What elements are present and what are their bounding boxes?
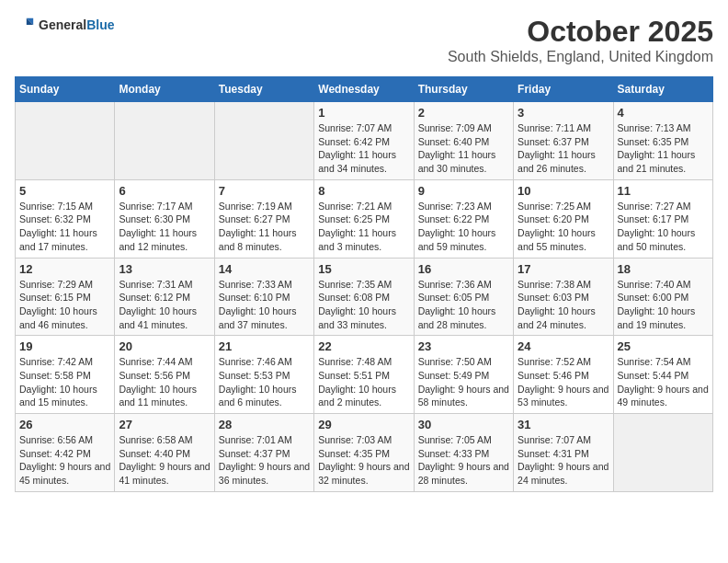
calendar-cell: 30Sunrise: 7:05 AMSunset: 4:33 PMDayligh…: [414, 414, 513, 492]
calendar-cell: 4Sunrise: 7:13 AMSunset: 6:35 PMDaylight…: [613, 102, 712, 180]
calendar-cell: 14Sunrise: 7:33 AMSunset: 6:10 PMDayligh…: [214, 258, 313, 336]
cell-date: 22: [318, 339, 409, 353]
calendar-header-row: SundayMondayTuesdayWednesdayThursdayFrid…: [16, 77, 713, 102]
title-block: October 2025 South Shields, England, Uni…: [448, 15, 713, 65]
cell-info: Sunrise: 7:07 AMSunset: 6:42 PMDaylight:…: [318, 121, 409, 176]
cell-info: Sunrise: 7:48 AMSunset: 5:51 PMDaylight:…: [318, 355, 409, 409]
cell-date: 21: [219, 339, 310, 353]
calendar-cell: 10Sunrise: 7:25 AMSunset: 6:20 PMDayligh…: [514, 179, 613, 258]
cell-info: Sunrise: 7:54 AMSunset: 5:44 PMDaylight:…: [618, 355, 709, 409]
cell-date: 12: [19, 262, 110, 276]
cell-date: 23: [418, 339, 509, 353]
cell-info: Sunrise: 7:09 AMSunset: 6:40 PMDaylight:…: [418, 121, 509, 176]
cell-info: Sunrise: 7:15 AMSunset: 6:32 PMDaylight:…: [19, 200, 110, 254]
cell-date: 13: [119, 262, 210, 276]
calendar-cell: 29Sunrise: 7:03 AMSunset: 4:35 PMDayligh…: [314, 414, 414, 492]
logo-icon: [15, 15, 35, 35]
calendar-cell: 17Sunrise: 7:38 AMSunset: 6:03 PMDayligh…: [514, 258, 613, 336]
calendar-cell: 12Sunrise: 7:29 AMSunset: 6:15 PMDayligh…: [16, 258, 115, 336]
cell-date: 14: [219, 262, 310, 276]
logo: General Blue: [15, 15, 114, 35]
cell-date: 30: [418, 418, 509, 431]
calendar-cell: [613, 414, 712, 492]
cell-date: 16: [418, 262, 509, 276]
cell-date: 28: [219, 418, 310, 431]
cell-date: 1: [318, 106, 409, 120]
calendar-cell: 7Sunrise: 7:19 AMSunset: 6:27 PMDaylight…: [214, 179, 313, 258]
cell-date: 10: [518, 184, 609, 198]
day-header-saturday: Saturday: [613, 77, 712, 102]
cell-date: 25: [618, 339, 709, 353]
cell-info: Sunrise: 6:56 AMSunset: 4:42 PMDaylight:…: [19, 433, 110, 488]
day-header-monday: Monday: [115, 77, 214, 102]
day-header-wednesday: Wednesday: [314, 77, 414, 102]
calendar-week-4: 19Sunrise: 7:42 AMSunset: 5:58 PMDayligh…: [16, 336, 713, 414]
cell-info: Sunrise: 7:11 AMSunset: 6:37 PMDaylight:…: [518, 121, 609, 176]
logo-general: General: [39, 17, 86, 32]
cell-info: Sunrise: 7:07 AMSunset: 4:31 PMDaylight:…: [518, 433, 609, 488]
cell-date: 7: [219, 184, 310, 198]
cell-info: Sunrise: 7:25 AMSunset: 6:20 PMDaylight:…: [518, 200, 609, 254]
cell-date: 15: [318, 262, 409, 276]
calendar-week-2: 5Sunrise: 7:15 AMSunset: 6:32 PMDaylight…: [16, 179, 713, 258]
calendar-cell: [115, 102, 214, 180]
cell-info: Sunrise: 7:38 AMSunset: 6:03 PMDaylight:…: [518, 278, 609, 332]
logo-text: General Blue: [39, 17, 114, 32]
cell-date: 4: [618, 106, 709, 120]
calendar-cell: 6Sunrise: 7:17 AMSunset: 6:30 PMDaylight…: [115, 179, 214, 258]
calendar-cell: 26Sunrise: 6:56 AMSunset: 4:42 PMDayligh…: [16, 414, 115, 492]
calendar-cell: 15Sunrise: 7:35 AMSunset: 6:08 PMDayligh…: [314, 258, 414, 336]
cell-date: 5: [19, 184, 110, 198]
cell-date: 29: [318, 418, 409, 431]
calendar-cell: 2Sunrise: 7:09 AMSunset: 6:40 PMDaylight…: [414, 102, 513, 180]
calendar-cell: 31Sunrise: 7:07 AMSunset: 4:31 PMDayligh…: [514, 414, 613, 492]
cell-info: Sunrise: 6:58 AMSunset: 4:40 PMDaylight:…: [119, 433, 210, 488]
cell-info: Sunrise: 7:05 AMSunset: 4:33 PMDaylight:…: [418, 433, 509, 488]
calendar-cell: 5Sunrise: 7:15 AMSunset: 6:32 PMDaylight…: [16, 179, 115, 258]
calendar-cell: 9Sunrise: 7:23 AMSunset: 6:22 PMDaylight…: [414, 179, 513, 258]
cell-info: Sunrise: 7:03 AMSunset: 4:35 PMDaylight:…: [318, 433, 409, 488]
cell-date: 6: [119, 184, 210, 198]
calendar-week-1: 1Sunrise: 7:07 AMSunset: 6:42 PMDaylight…: [16, 102, 713, 180]
day-header-friday: Friday: [514, 77, 613, 102]
calendar-cell: 19Sunrise: 7:42 AMSunset: 5:58 PMDayligh…: [16, 336, 115, 414]
cell-info: Sunrise: 7:52 AMSunset: 5:46 PMDaylight:…: [518, 355, 609, 409]
calendar-cell: 3Sunrise: 7:11 AMSunset: 6:37 PMDaylight…: [514, 102, 613, 180]
cell-info: Sunrise: 7:27 AMSunset: 6:17 PMDaylight:…: [618, 200, 709, 254]
cell-date: 11: [618, 184, 709, 198]
calendar-cell: 20Sunrise: 7:44 AMSunset: 5:56 PMDayligh…: [115, 336, 214, 414]
day-header-thursday: Thursday: [414, 77, 513, 102]
calendar-cell: 22Sunrise: 7:48 AMSunset: 5:51 PMDayligh…: [314, 336, 414, 414]
calendar-cell: 27Sunrise: 6:58 AMSunset: 4:40 PMDayligh…: [115, 414, 214, 492]
cell-info: Sunrise: 7:44 AMSunset: 5:56 PMDaylight:…: [119, 355, 210, 409]
cell-info: Sunrise: 7:13 AMSunset: 6:35 PMDaylight:…: [618, 121, 709, 176]
cell-info: Sunrise: 7:17 AMSunset: 6:30 PMDaylight:…: [119, 200, 210, 254]
cell-date: 31: [518, 418, 609, 431]
cell-info: Sunrise: 7:19 AMSunset: 6:27 PMDaylight:…: [219, 200, 310, 254]
cell-info: Sunrise: 7:42 AMSunset: 5:58 PMDaylight:…: [19, 355, 110, 409]
calendar-cell: [16, 102, 115, 180]
cell-info: Sunrise: 7:46 AMSunset: 5:53 PMDaylight:…: [219, 355, 310, 409]
calendar-week-5: 26Sunrise: 6:56 AMSunset: 4:42 PMDayligh…: [16, 414, 713, 492]
calendar-cell: 13Sunrise: 7:31 AMSunset: 6:12 PMDayligh…: [115, 258, 214, 336]
cell-info: Sunrise: 7:23 AMSunset: 6:22 PMDaylight:…: [418, 200, 509, 254]
page-header: General Blue October 2025 South Shields,…: [15, 15, 713, 65]
calendar-cell: 28Sunrise: 7:01 AMSunset: 4:37 PMDayligh…: [214, 414, 313, 492]
cell-date: 9: [418, 184, 509, 198]
cell-info: Sunrise: 7:01 AMSunset: 4:37 PMDaylight:…: [219, 433, 310, 488]
calendar-cell: 18Sunrise: 7:40 AMSunset: 6:00 PMDayligh…: [613, 258, 712, 336]
cell-info: Sunrise: 7:35 AMSunset: 6:08 PMDaylight:…: [318, 278, 409, 332]
logo-blue: Blue: [86, 17, 114, 32]
calendar-cell: 1Sunrise: 7:07 AMSunset: 6:42 PMDaylight…: [314, 102, 414, 180]
calendar-cell: 24Sunrise: 7:52 AMSunset: 5:46 PMDayligh…: [514, 336, 613, 414]
calendar-subtitle: South Shields, England, United Kingdom: [448, 49, 713, 65]
cell-info: Sunrise: 7:31 AMSunset: 6:12 PMDaylight:…: [119, 278, 210, 332]
cell-date: 27: [119, 418, 210, 431]
cell-info: Sunrise: 7:36 AMSunset: 6:05 PMDaylight:…: [418, 278, 509, 332]
calendar-title: October 2025: [448, 15, 713, 49]
calendar-table: SundayMondayTuesdayWednesdayThursdayFrid…: [15, 76, 713, 492]
cell-date: 3: [518, 106, 609, 120]
calendar-cell: 11Sunrise: 7:27 AMSunset: 6:17 PMDayligh…: [613, 179, 712, 258]
day-header-tuesday: Tuesday: [214, 77, 313, 102]
cell-date: 19: [19, 339, 110, 353]
